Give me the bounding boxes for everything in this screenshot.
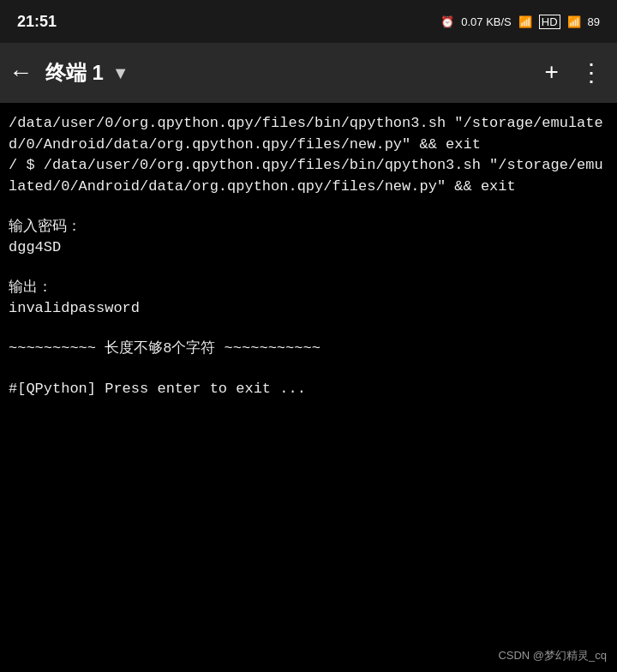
terminal-line: 输出： [9,278,608,299]
terminal-line: / $ /data/user/0/org.qpython.qpy/files/b… [9,155,608,197]
terminal-line: dgg4SD [9,237,608,259]
status-bar: 21:51 ⏰ 0.07 KB/S 📶 HD 📶 89 [0,0,617,43]
terminal-line: invalidpassword [9,298,608,320]
add-terminal-button[interactable]: + [544,60,559,87]
battery-icon: 89 [588,15,600,28]
status-icons: ⏰ 0.07 KB/S 📶 HD 📶 89 [440,15,600,29]
alarm-icon: ⏰ [440,15,454,28]
wifi-icon: 📶 [518,15,532,28]
terminal-line [9,259,608,278]
toolbar-actions: + ⋮ [544,58,603,87]
back-button[interactable]: ← [14,60,28,87]
terminal-line: ~~~~~~~~~~ 长度不够8个字符 ~~~~~~~~~~~ [9,339,608,360]
terminal-line: 输入密码： [9,217,608,238]
more-options-button[interactable]: ⋮ [579,58,603,87]
terminal-title: 终端 1 [45,59,104,87]
network-speed: 0.07 KB/S [461,15,512,28]
terminal-line: /data/user/0/org.qpython.qpy/files/bin/q… [9,113,608,155]
signal-icon: 📶 [567,15,581,28]
terminal-line [9,198,608,217]
terminal-line [9,360,608,379]
dropdown-arrow[interactable]: ▼ [112,63,129,83]
terminal-line: #[QPython] Press enter to exit ... [9,379,608,400]
hd-icon: HD [539,15,560,29]
watermark: CSDN @梦幻精灵_cq [498,648,607,663]
terminal-line [9,320,608,339]
terminal-output[interactable]: /data/user/0/org.qpython.qpy/files/bin/q… [0,103,617,672]
toolbar: ← 终端 1 ▼ + ⋮ [0,43,617,103]
status-time: 21:51 [17,13,57,31]
toolbar-title: 终端 1 ▼ [45,59,544,87]
